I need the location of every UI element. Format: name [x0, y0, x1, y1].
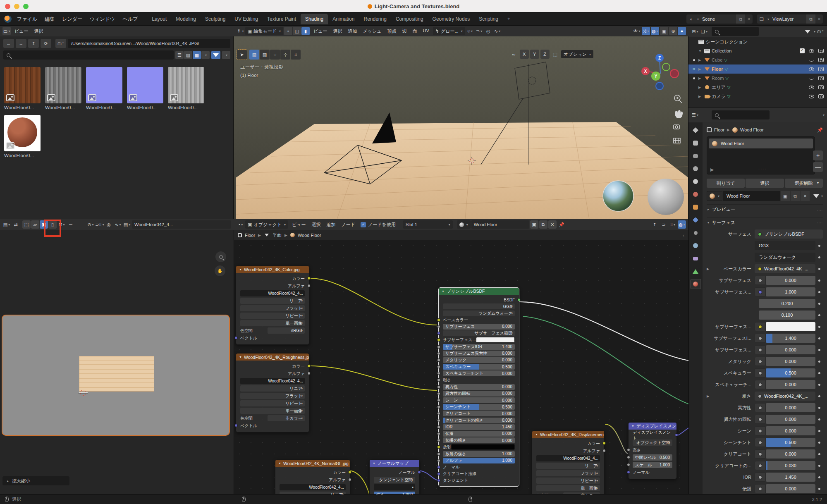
keyframe-dot-icon[interactable] [815, 337, 823, 339]
input-socket[interactable] [437, 365, 440, 368]
tab-object-data[interactable] [691, 267, 700, 276]
socket-button[interactable] [755, 473, 765, 482]
disable-render-icon[interactable] [818, 94, 824, 98]
property-field[interactable]: 0.000 [766, 380, 815, 389]
node-row[interactable]: •▾ [374, 484, 415, 490]
node-row[interactable]: 伝播の粗さ0.000▾ [443, 437, 515, 443]
keyframe-dot-icon[interactable] [815, 256, 823, 258]
collection-row[interactable]: ▼ Collection [688, 46, 827, 55]
property-field[interactable]: ランダムウォーク [755, 253, 815, 262]
new-collection-icon[interactable]: 🗀⁺ [816, 27, 825, 36]
file-thumbnail[interactable]: WoodFloor0... [168, 67, 204, 110]
tab-particles[interactable] [691, 228, 700, 237]
select-lasso-tool-button[interactable]: ◌ [270, 50, 280, 60]
input-socket[interactable] [437, 338, 440, 342]
image-canvas[interactable] [2, 315, 230, 436]
shading-wireframe-icon[interactable]: ⊕ [669, 27, 677, 35]
input-socket[interactable] [437, 352, 440, 355]
socket-button[interactable] [755, 334, 765, 343]
object-name[interactable]: カメラ [712, 93, 726, 100]
tab-output[interactable] [691, 151, 700, 160]
tab-material[interactable] [691, 279, 700, 289]
show-overlays-icon[interactable]: ◍▾ [651, 27, 659, 35]
proportional-edit-icon[interactable]: ◎ [484, 27, 492, 35]
node-row[interactable]: カラー ▾ [536, 440, 600, 447]
breadcrumb-object[interactable]: Floor [245, 233, 255, 238]
property-field[interactable]: 0.500 [766, 368, 815, 377]
socket-button[interactable] [755, 357, 765, 366]
node-row[interactable]: サブサーフェスIOR1.400▾ [443, 344, 515, 350]
node-row[interactable]: 中間レベル0.500▾ [633, 454, 672, 461]
snap-magnet-icon[interactable]: ⊃⌗▾ [96, 220, 104, 229]
node-row[interactable]: カラー ▾ [280, 469, 346, 475]
node-editor-menu-item[interactable]: ビュー [289, 222, 309, 228]
overlays-toggle-icon[interactable]: ◍▾ [678, 220, 686, 229]
node-row[interactable]: リニア▾ [240, 385, 305, 392]
node-row[interactable]: 単一画像▾ [240, 320, 305, 326]
input-socket[interactable] [437, 432, 440, 435]
keyframe-dot-icon[interactable] [815, 326, 823, 328]
browse-material-dropdown[interactable]: ▾ [457, 220, 471, 229]
slot-expand-icon[interactable]: ▶ [710, 167, 714, 172]
workspace-tab[interactable]: Scripting [474, 14, 503, 24]
tab-physics[interactable] [691, 241, 700, 250]
keyframe-dot-icon[interactable] [815, 442, 823, 444]
property-field[interactable]: 0.030 [766, 461, 815, 470]
preview-panel-header[interactable]: ▸プレビュー:::: [707, 204, 823, 214]
correct-face-attributes-icon[interactable]: ⬚ [551, 50, 560, 59]
slot-specials-chevron[interactable]: ▾ [813, 179, 823, 187]
expand-chevron-icon[interactable]: ▶ [698, 95, 703, 98]
output-socket[interactable] [307, 277, 311, 280]
workspace-tab[interactable]: Rendering [359, 14, 391, 24]
disable-render-icon[interactable] [818, 67, 824, 71]
keyframe-dot-icon[interactable] [815, 361, 823, 363]
image-name-field[interactable]: WoodFloor042_4... [132, 220, 231, 229]
move-tool-button[interactable]: ⌗ [291, 50, 301, 60]
input-socket[interactable] [437, 425, 440, 429]
gizmo-z-neg-axis[interactable] [656, 82, 663, 90]
file-browser-menu-item[interactable]: ビュー [12, 28, 31, 34]
node-row[interactable]: BSDF ▾ [443, 297, 515, 303]
scene-unlink-icon[interactable]: ✕ [745, 17, 753, 22]
image-node-color[interactable]: ▼WoodFloor042_4K_Color.jpg カラー ▾ アルファ ▾ [236, 265, 309, 345]
node-row[interactable]: サブサーフェス... ▾ [443, 337, 515, 343]
keyframe-dot-icon[interactable] [815, 465, 823, 467]
outliner-filter-id-icon[interactable]: ❏▾ [700, 27, 708, 36]
node-row[interactable]: リピート▾ [240, 400, 305, 406]
material-slot-list[interactable]: Wood Floor ▶:::: [707, 136, 815, 174]
proportional-falloff-icon[interactable]: ∿▾ [114, 220, 122, 229]
socket-button[interactable] [755, 322, 765, 331]
workspace-tab[interactable]: Geometry Nodes [428, 14, 475, 24]
node-row[interactable]: WoodFloor042_4...▾ [240, 290, 305, 296]
snap-magnet-icon[interactable]: ⊃ [660, 220, 668, 229]
node-row[interactable]: クリアコートの粗さ0.030▾ [443, 418, 515, 423]
node-row[interactable]: ベクトル ▾ [240, 335, 305, 341]
file-thumbnail[interactable]: WoodFloor0... [4, 115, 41, 158]
node-row[interactable]: クリアコート0.000▾ [443, 411, 515, 416]
new-folder-button[interactable]: 🗀⁺ [55, 39, 66, 48]
proportional-edit-icon[interactable]: ◎ [105, 220, 113, 229]
gizmo-x-neg-axis[interactable] [670, 69, 679, 78]
topbar-menu-item[interactable]: レンダー [58, 14, 86, 24]
node-row[interactable]: ノーマル ▾ [633, 469, 672, 475]
keyframe-dot-icon[interactable] [815, 303, 823, 305]
show-gizmo-icon[interactable]: ⤨▾ [642, 27, 650, 35]
node-row[interactable]: アルファ ▾ [280, 477, 346, 483]
viewport-menu-item[interactable]: 辺 [399, 28, 409, 34]
node-row[interactable]: アルファ ▾ [240, 283, 305, 289]
topbar-menu-item[interactable]: ファイル [13, 14, 41, 24]
input-socket[interactable] [627, 471, 630, 474]
tab-object[interactable] [691, 203, 700, 212]
mode-dropdown[interactable]: ▣編集モード▾ [245, 27, 283, 35]
property-field[interactable]: 0.000 [766, 403, 815, 412]
input-socket[interactable] [437, 325, 440, 328]
node-row[interactable]: スケール1.000▾ [633, 462, 672, 468]
tab-view-layer[interactable] [691, 164, 700, 173]
node-row[interactable]: サブサーフェス0.000▾ [443, 324, 515, 330]
hide-viewport-icon[interactable] [809, 49, 814, 53]
file-search-input[interactable] [3, 50, 174, 60]
image-node-roughness[interactable]: ▼WoodFloor042_4K_Roughness.jpg カラー ▾ アルフ… [236, 353, 309, 432]
socket-button[interactable] [755, 449, 765, 459]
node-row[interactable]: タンジェント ▾ [443, 478, 515, 483]
object-name[interactable]: Cube [712, 57, 722, 62]
